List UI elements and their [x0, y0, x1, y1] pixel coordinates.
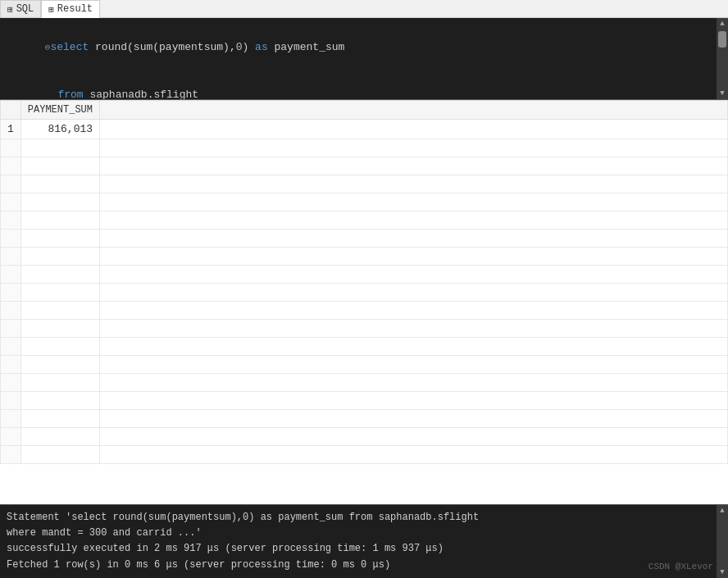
result-tab-icon: ⊞: [48, 4, 54, 15]
table-row: [1, 446, 728, 464]
status-line-2: where mandt = 300 and carrid ...': [7, 526, 721, 541]
status-line-3: successfully executed in 2 ms 917 μs (se…: [7, 541, 721, 557]
sql-tab-icon: ⊞: [7, 4, 13, 15]
table-row: [1, 284, 728, 302]
table-row: [1, 428, 728, 446]
table-row: [1, 266, 728, 284]
tab-result-label: Result: [57, 3, 93, 15]
status-scroll-up-arrow[interactable]: ▲: [717, 505, 728, 517]
table-row: [1, 302, 728, 320]
col-header-empty: [100, 101, 728, 120]
table-row: [1, 374, 728, 392]
status-line-4: Fetched 1 row(s) in 0 ms 6 μs (server pr…: [7, 558, 721, 573]
status-scroll-down-arrow[interactable]: ▼: [717, 567, 728, 578]
table-row: [1, 410, 728, 428]
table-row: [1, 193, 728, 212]
status-scrollbar[interactable]: ▲ ▼: [717, 505, 728, 578]
result-table: PAYMENT_SUM 1 816,013: [0, 100, 728, 464]
status-line-1: Statement 'select round(sum(paymentsum),…: [7, 510, 721, 526]
table-row: [1, 356, 728, 374]
col-header-rownum: [1, 101, 21, 120]
sql-scrollbar[interactable]: ▲ ▼: [717, 18, 728, 99]
result-pane: PAYMENT_SUM 1 816,013: [0, 100, 728, 504]
scroll-down-arrow[interactable]: ▼: [717, 88, 728, 99]
table-row: 1 816,013: [1, 120, 728, 139]
table-row: [1, 392, 728, 410]
table-row: [1, 338, 728, 356]
table-row: [1, 157, 728, 175]
main-content: ⊖select round(sum(paymentsum),0) as paym…: [0, 18, 728, 578]
cell-payment-sum-1: 816,013: [20, 120, 99, 139]
scroll-up-arrow[interactable]: ▲: [717, 18, 728, 30]
col-header-payment-sum: PAYMENT_SUM: [20, 101, 99, 120]
status-bar: Statement 'select round(sum(paymentsum),…: [0, 504, 728, 578]
tab-result[interactable]: ⊞ Result: [41, 0, 100, 18]
tab-sql-label: SQL: [16, 3, 34, 15]
sql-line-2: from saphanadb.sflight: [7, 71, 721, 101]
sql-line-1: ⊖select round(sum(paymentsum),0) as paym…: [7, 23, 721, 71]
table-row: [1, 139, 728, 157]
table-row: [1, 320, 728, 338]
sql-editor[interactable]: ⊖select round(sum(paymentsum),0) as paym…: [0, 18, 728, 100]
table-row: [1, 230, 728, 248]
scroll-thumb[interactable]: [718, 31, 726, 48]
cell-row-num-1: 1: [1, 120, 21, 139]
table-row: [1, 175, 728, 193]
tab-sql[interactable]: ⊞ SQL: [0, 0, 41, 17]
table-row: [1, 212, 728, 230]
result-table-wrapper: PAYMENT_SUM 1 816,013: [0, 100, 728, 504]
watermark: CSDN @XLevor: [648, 560, 713, 575]
tab-bar: ⊞ SQL ⊞ Result: [0, 0, 728, 18]
cell-empty-1: [100, 120, 728, 139]
table-row: [1, 248, 728, 266]
